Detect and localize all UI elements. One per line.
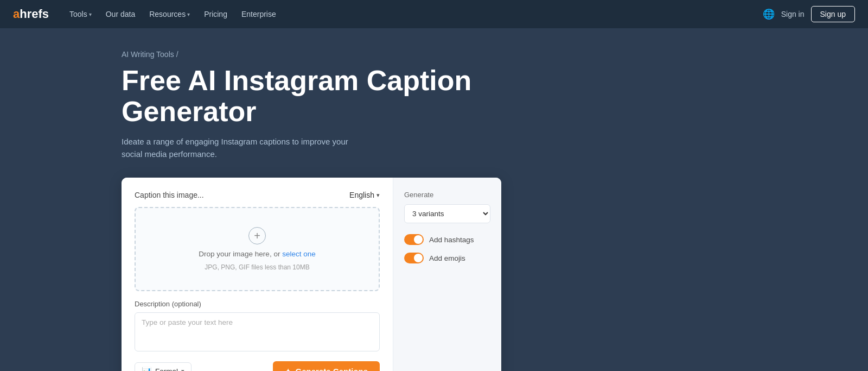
sparkle-icon: ✦ bbox=[285, 367, 291, 371]
tool-right-panel: Generate 3 variants 1 variant 2 variants… bbox=[393, 178, 501, 371]
emojis-toggle[interactable] bbox=[404, 253, 424, 263]
logo[interactable]: ahrefs bbox=[13, 7, 49, 21]
drop-zone-hint: JPG, PNG, GIF files less than 10MB bbox=[205, 263, 309, 271]
language-chevron-icon: ▾ bbox=[376, 192, 380, 199]
navbar: ahrefs Tools ▾ Our data Resources ▾ Pric… bbox=[0, 0, 868, 28]
nav-item-tools[interactable]: Tools ▾ bbox=[64, 7, 97, 22]
page-title: Free AI Instagram Caption Generator bbox=[122, 65, 490, 127]
breadcrumb-parent[interactable]: AI Writing Tools bbox=[122, 50, 174, 59]
chevron-down-icon: ▾ bbox=[89, 11, 92, 17]
caption-label: Caption this image... bbox=[135, 191, 204, 199]
chevron-down-icon: ▾ bbox=[187, 11, 190, 17]
description-label: Description (optional) bbox=[135, 300, 380, 308]
tool-left-panel: Caption this image... English ▾ + Drop y… bbox=[122, 178, 393, 371]
drop-zone-text: Drop your image here, or select one bbox=[199, 250, 315, 258]
image-drop-zone[interactable]: + Drop your image here, or select one JP… bbox=[135, 207, 380, 291]
hashtags-toggle[interactable] bbox=[404, 234, 424, 245]
nav-item-enterprise[interactable]: Enterprise bbox=[236, 7, 282, 22]
nav-links: Tools ▾ Our data Resources ▾ Pricing Ent… bbox=[64, 7, 763, 22]
emojis-toggle-row: Add emojis bbox=[404, 253, 490, 263]
select-file-link[interactable]: select one bbox=[282, 250, 316, 258]
generate-captions-button[interactable]: ✦ Generate Captions bbox=[273, 361, 380, 371]
tone-chevron-icon: ▾ bbox=[181, 368, 184, 371]
nav-item-pricing[interactable]: Pricing bbox=[199, 7, 233, 22]
hashtags-toggle-row: Add hashtags bbox=[404, 234, 490, 245]
nav-right: 🌐 Sign in Sign up bbox=[763, 6, 855, 22]
plus-icon: + bbox=[248, 227, 266, 244]
formal-icon: 📊 bbox=[142, 367, 152, 371]
globe-icon[interactable]: 🌐 bbox=[763, 8, 775, 20]
writing-tone-button[interactable]: 📊 Formal ▾ bbox=[135, 362, 192, 371]
nav-item-resources[interactable]: Resources ▾ bbox=[144, 7, 195, 22]
breadcrumb: AI Writing Tools / bbox=[122, 50, 746, 59]
tool-card: Caption this image... English ▾ + Drop y… bbox=[122, 178, 501, 371]
bottom-row: 📊 Formal ▾ ✦ Generate Captions bbox=[135, 361, 380, 371]
main-content: AI Writing Tools / Free AI Instagram Cap… bbox=[108, 28, 760, 371]
sign-up-button[interactable]: Sign up bbox=[811, 6, 855, 22]
emojis-label: Add emojis bbox=[429, 254, 465, 262]
nav-item-ourdata[interactable]: Our data bbox=[100, 7, 141, 22]
sign-in-link[interactable]: Sign in bbox=[781, 10, 805, 18]
language-selector[interactable]: English ▾ bbox=[349, 191, 380, 199]
generate-section-label: Generate bbox=[404, 191, 490, 199]
page-subtitle: Ideate a range of engaging Instagram cap… bbox=[122, 136, 349, 160]
breadcrumb-separator: / bbox=[176, 50, 178, 59]
description-textarea[interactable] bbox=[135, 312, 380, 351]
hashtags-label: Add hashtags bbox=[429, 236, 474, 244]
variants-select[interactable]: 3 variants 1 variant 2 variants 5 varian… bbox=[404, 204, 490, 223]
caption-header: Caption this image... English ▾ bbox=[135, 191, 380, 199]
